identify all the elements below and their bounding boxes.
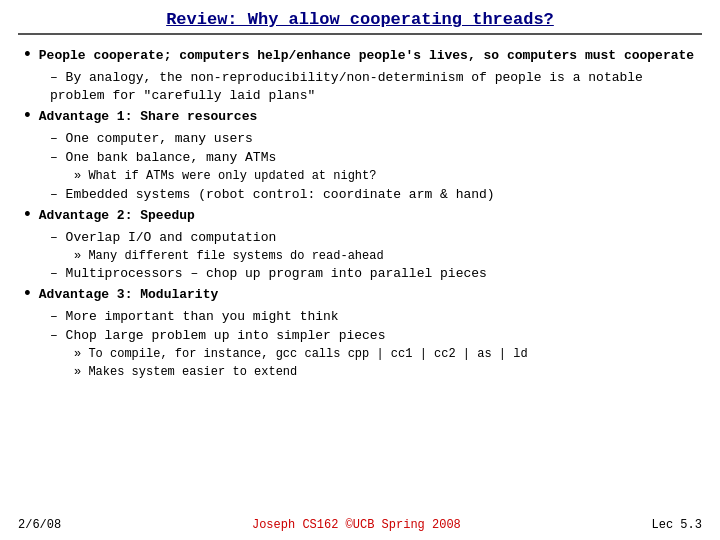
list-item: – Embedded systems (robot control: coord… [22,186,698,204]
bullet-text: Advantage 2: Speedup [39,207,195,226]
list-item: • People cooperate; computers help/enhan… [22,47,698,66]
list-item: • Advantage 2: Speedup [22,207,698,226]
list-item: » What if ATMs were only updated at nigh… [22,168,698,184]
bullet-icon: • [22,45,33,65]
list-item: » Many different file systems do read-ah… [22,248,698,264]
bullet-text: Advantage 1: Share resources [39,108,257,127]
list-item: – Multiprocessors – chop up program into… [22,265,698,283]
bullet-text: Advantage 3: Modularity [39,286,218,305]
list-item: – One bank balance, many ATMs [22,149,698,167]
list-item: • Advantage 1: Share resources [22,108,698,127]
list-item: – By analogy, the non-reproducibility/no… [22,69,698,105]
list-item: • Advantage 3: Modularity [22,286,698,305]
footer: 2/6/08 Joseph CS162 ©UCB Spring 2008 Lec… [18,514,702,532]
slide: Review: Why allow cooperating threads? •… [0,0,720,540]
bullet-icon: • [22,205,33,225]
list-item: – One computer, many users [22,130,698,148]
footer-lec: Lec 5.3 [652,518,702,532]
content-area: • People cooperate; computers help/enhan… [18,43,702,514]
list-item: » Makes system easier to extend [22,364,698,380]
footer-date: 2/6/08 [18,518,61,532]
title-area: Review: Why allow cooperating threads? [18,10,702,35]
list-item: » To compile, for instance, gcc calls cp… [22,346,698,362]
footer-center: Joseph CS162 ©UCB Spring 2008 [252,518,461,532]
bullet-text: People cooperate; computers help/enhance… [39,47,694,66]
list-item: – Overlap I/O and computation [22,229,698,247]
list-item: – More important than you might think [22,308,698,326]
list-item: – Chop large problem up into simpler pie… [22,327,698,345]
bullet-icon: • [22,106,33,126]
bullet-icon: • [22,284,33,304]
slide-title: Review: Why allow cooperating threads? [166,10,554,29]
